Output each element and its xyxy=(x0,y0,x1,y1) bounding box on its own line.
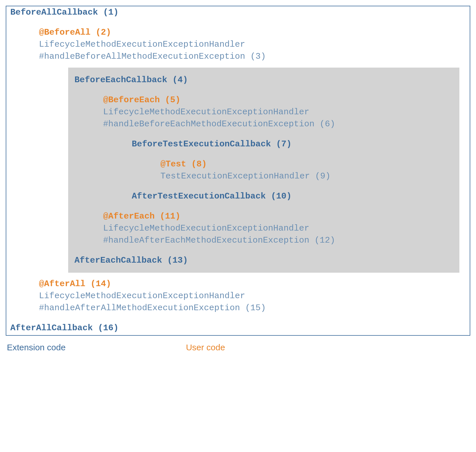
after-each-callback: AfterEachCallback (13) xyxy=(68,254,459,266)
after-each-handler-line1: LifecycleMethodExecutionExceptionHandler xyxy=(68,222,459,234)
after-all-handler-line1: LifecycleMethodExecutionExceptionHandler xyxy=(6,290,470,302)
test-annotation: @Test (8) xyxy=(68,158,459,170)
legend-extension-code: Extension code xyxy=(7,343,66,352)
spacer xyxy=(6,314,470,322)
spacer xyxy=(6,334,470,335)
before-each-callback: BeforeEachCallback (4) xyxy=(68,74,459,86)
spacer xyxy=(68,86,459,94)
before-all-handler-line2: #handleBeforeAllMethodExecutionException… xyxy=(6,50,470,62)
spacer xyxy=(68,246,459,254)
spacer xyxy=(68,130,459,138)
before-test-execution-callback: BeforeTestExecutionCallback (7) xyxy=(68,138,459,150)
after-all-callback: AfterAllCallback (16) xyxy=(6,322,470,334)
before-all-callback: BeforeAllCallback (1) xyxy=(6,6,470,18)
before-all-handler-line1: LifecycleMethodExecutionExceptionHandler xyxy=(6,38,470,50)
before-each-annotation: @BeforeEach (5) xyxy=(68,94,459,106)
legend: Extension code User code xyxy=(6,343,470,352)
spacer xyxy=(68,182,459,190)
spacer xyxy=(6,18,470,26)
test-exception-handler: TestExecutionExceptionHandler (9) xyxy=(68,170,459,182)
after-all-annotation: @AfterAll (14) xyxy=(6,278,470,290)
after-test-execution-callback: AfterTestExecutionCallback (10) xyxy=(68,190,459,202)
lifecycle-diagram: BeforeAllCallback (1) @BeforeAll (2) Lif… xyxy=(6,6,470,336)
after-each-annotation: @AfterEach (11) xyxy=(68,210,459,222)
after-all-handler-line2: #handleAfterAllMethodExecutionException … xyxy=(6,302,470,314)
after-each-handler-line2: #handleAfterEachMethodExecutionException… xyxy=(68,234,459,246)
before-each-handler-line1: LifecycleMethodExecutionExceptionHandler xyxy=(68,106,459,118)
before-each-handler-line2: #handleBeforeEachMethodExecutionExceptio… xyxy=(68,118,459,130)
legend-user-code: User code xyxy=(186,343,225,352)
before-all-annotation: @BeforeAll (2) xyxy=(6,26,470,38)
spacer xyxy=(68,202,459,210)
per-test-gray-box: BeforeEachCallback (4) @BeforeEach (5) L… xyxy=(68,68,459,273)
spacer xyxy=(68,150,459,158)
